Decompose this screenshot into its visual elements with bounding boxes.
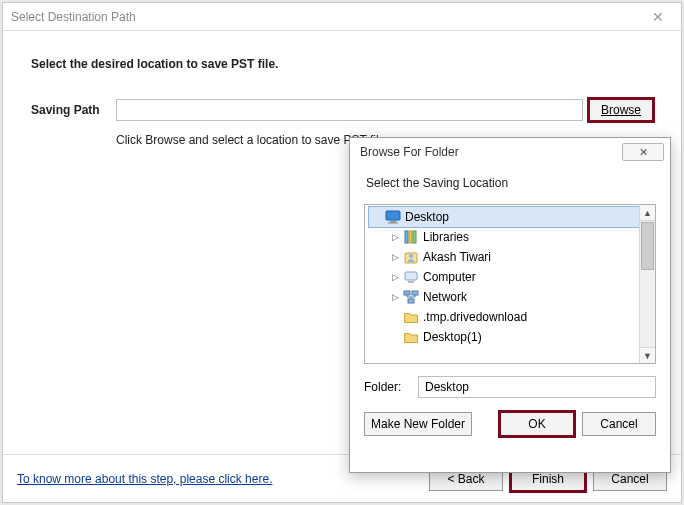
folder-name-input[interactable]	[418, 376, 656, 398]
dialog-body: Select the Saving Location Desktop▷Libra…	[350, 166, 670, 472]
folder-tree[interactable]: Desktop▷Libraries▷Akash Tiwari▷Computer▷…	[365, 205, 639, 363]
tree-item[interactable]: ▷Computer	[369, 267, 639, 287]
window-title: Select Destination Path	[11, 10, 643, 24]
help-link[interactable]: To know more about this step, please cli…	[17, 472, 272, 486]
tree-item[interactable]: Desktop(1)	[369, 327, 639, 347]
tree-scrollbar[interactable]: ▲ ▼	[639, 205, 655, 363]
tree-item[interactable]: ▷Akash Tiwari	[369, 247, 639, 267]
folder-icon	[403, 309, 419, 325]
saving-path-input[interactable]	[116, 99, 583, 121]
tree-item[interactable]: Desktop	[369, 207, 639, 227]
tree-item-label: .tmp.drivedownload	[423, 310, 527, 324]
computer-icon	[403, 269, 419, 285]
tree-expander-icon[interactable]: ▷	[389, 252, 401, 262]
scroll-down-icon[interactable]: ▼	[640, 347, 655, 363]
titlebar: Select Destination Path ✕	[3, 3, 681, 31]
folder-icon	[403, 329, 419, 345]
desktop-icon	[385, 209, 401, 225]
folder-tree-container: Desktop▷Libraries▷Akash Tiwari▷Computer▷…	[364, 204, 656, 364]
dialog-close-button[interactable]: ✕	[622, 143, 664, 161]
folder-input-row: Folder:	[364, 376, 656, 398]
dialog-titlebar: Browse For Folder ✕	[350, 138, 670, 166]
saving-path-label: Saving Path	[31, 103, 116, 117]
tree-item-label: Network	[423, 290, 467, 304]
saving-path-row: Saving Path Browse	[31, 99, 653, 121]
library-icon	[403, 229, 419, 245]
make-new-folder-button[interactable]: Make New Folder	[364, 412, 472, 436]
dialog-title: Browse For Folder	[360, 145, 622, 159]
tree-expander-icon[interactable]: ▷	[389, 272, 401, 282]
close-icon[interactable]: ✕	[643, 9, 673, 25]
tree-item-label: Libraries	[423, 230, 469, 244]
dialog-cancel-button[interactable]: Cancel	[582, 412, 656, 436]
instruction-text: Select the desired location to save PST …	[31, 57, 653, 71]
tree-item[interactable]: .tmp.drivedownload	[369, 307, 639, 327]
scroll-up-icon[interactable]: ▲	[640, 205, 655, 221]
tree-item-label: Desktop	[405, 210, 449, 224]
browse-button[interactable]: Browse	[589, 99, 653, 121]
network-icon	[403, 289, 419, 305]
dialog-button-row: Make New Folder OK Cancel	[364, 412, 656, 436]
folder-field-label: Folder:	[364, 380, 418, 394]
user-icon	[403, 249, 419, 265]
browse-folder-dialog: Browse For Folder ✕ Select the Saving Lo…	[349, 137, 671, 473]
tree-item-label: Akash Tiwari	[423, 250, 491, 264]
scroll-thumb[interactable]	[641, 222, 654, 270]
tree-item-label: Computer	[423, 270, 476, 284]
tree-expander-icon[interactable]: ▷	[389, 292, 401, 302]
tree-item[interactable]: ▷Network	[369, 287, 639, 307]
tree-expander-icon[interactable]: ▷	[389, 232, 401, 242]
ok-button[interactable]: OK	[500, 412, 574, 436]
tree-item[interactable]: ▷Libraries	[369, 227, 639, 247]
tree-item-label: Desktop(1)	[423, 330, 482, 344]
dialog-instruction: Select the Saving Location	[366, 176, 656, 190]
